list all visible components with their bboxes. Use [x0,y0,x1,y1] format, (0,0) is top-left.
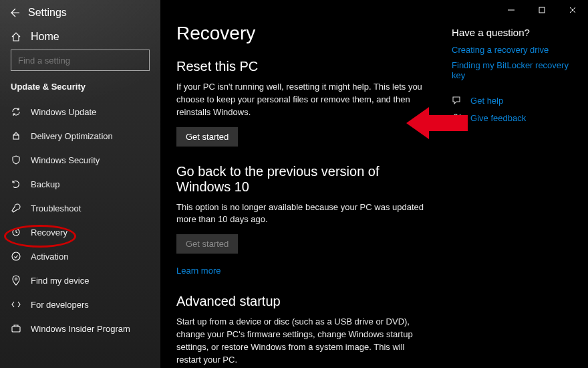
search-input[interactable] [11,56,137,66]
insider-icon [11,323,21,334]
svg-point-7 [454,114,457,117]
sidebar-home[interactable]: Home [0,24,160,50]
sidebar-item-label: Recovery [31,227,67,238]
window-title: Settings [28,7,67,19]
goback-body: This option is no longer available becau… [176,201,428,227]
feedback-icon [452,112,462,123]
sidebar-item-windows-update[interactable]: Windows Update [0,100,160,124]
sidebar-item-delivery-optimization[interactable]: Delivery Optimization [0,124,160,148]
section-advanced-startup: Advanced startup Start up from a device … [176,294,428,368]
sidebar-item-label: Windows Insider Program [31,324,130,334]
sidebar-item-label: Windows Security [31,155,100,165]
give-feedback-link[interactable]: Give feedback [470,113,526,123]
sidebar-item-find-my-device[interactable]: Find my device [0,268,160,292]
troubleshoot-icon [11,203,21,213]
content-column: Recovery Reset this PC If your PC isn't … [176,23,428,368]
question-header: Have a question? [452,27,572,38]
get-help-link[interactable]: Get help [470,96,503,106]
goback-learn-more-link[interactable]: Learn more [176,266,220,276]
developers-icon [11,299,21,310]
svg-rect-5 [12,327,20,332]
window-minimize-button[interactable] [496,0,527,20]
window-close-button[interactable] [557,0,588,20]
sidebar-item-label: Delivery Optimization [31,131,113,141]
window-controls [496,0,588,20]
recovery-icon [11,227,21,238]
search-icon[interactable] [137,55,150,66]
search-input-wrapper[interactable] [11,50,150,71]
sidebar-item-label: Windows Update [31,107,96,117]
sidebar-item-label: Troubleshoot [31,203,81,213]
main-pane: Recovery Reset this PC If your PC isn't … [160,0,588,368]
titlebar: Settings [0,0,160,24]
sidebar-item-recovery[interactable]: Recovery [0,220,160,244]
settings-sidebar: Settings Home Update & Security Windows … [0,0,160,368]
link-bitlocker-key[interactable]: Finding my BitLocker recovery key [452,60,572,80]
advanced-body: Start up from a device or disc (such as … [176,316,428,366]
sidebar-item-for-developers[interactable]: For developers [0,292,160,316]
goback-title: Go back to the previous version of Windo… [176,164,428,195]
sidebar-section-header: Update & Security [0,80,160,100]
sidebar-item-windows-security[interactable]: Windows Security [0,148,160,172]
side-column: Have a question? Creating a recovery dri… [452,23,572,368]
reset-get-started-button[interactable]: Get started [176,127,238,147]
activation-icon [11,251,21,262]
get-help-row[interactable]: Get help [452,95,572,106]
sidebar-menu: Windows Update Delivery Optimization Win… [0,100,160,341]
svg-rect-1 [13,135,19,139]
back-icon[interactable] [9,7,20,18]
sidebar-item-label: Activation [31,252,68,262]
goback-get-started-button: Get started [176,234,238,254]
home-icon [11,31,21,42]
help-icon [452,95,462,106]
sidebar-item-backup[interactable]: Backup [0,172,160,196]
sidebar-item-label: For developers [31,300,89,310]
svg-point-3 [12,252,20,260]
delivery-icon [11,130,21,141]
section-go-back: Go back to the previous version of Windo… [176,164,428,277]
reset-title: Reset this PC [176,59,428,74]
page-title: Recovery [176,23,428,44]
svg-point-4 [15,278,17,280]
shield-icon [11,155,21,165]
sidebar-item-label: Find my device [31,276,89,286]
section-reset-pc: Reset this PC If your PC isn't running w… [176,59,428,147]
svg-rect-6 [539,7,545,13]
sidebar-home-label: Home [31,31,59,43]
backup-icon [11,179,21,189]
sidebar-item-windows-insider[interactable]: Windows Insider Program [0,316,160,341]
advanced-title: Advanced startup [176,294,428,309]
sidebar-item-troubleshoot[interactable]: Troubleshoot [0,196,160,220]
link-recovery-drive[interactable]: Creating a recovery drive [452,45,572,55]
findmydevice-icon [11,275,21,286]
reset-body: If your PC isn't running well, resetting… [176,81,428,119]
sidebar-item-activation[interactable]: Activation [0,244,160,268]
give-feedback-row[interactable]: Give feedback [452,112,572,123]
sidebar-item-label: Backup [31,179,59,189]
refresh-icon [11,106,21,117]
window-maximize-button[interactable] [527,0,557,20]
